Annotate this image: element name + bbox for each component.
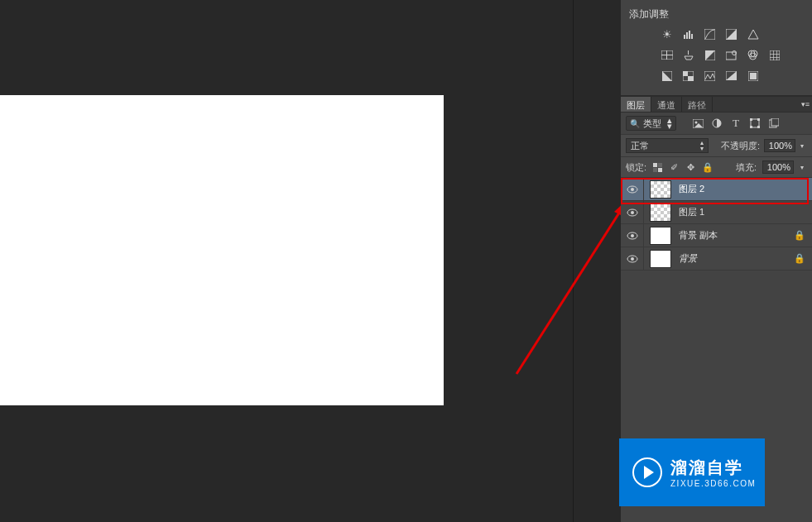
filter-adjustment-icon[interactable] (711, 117, 723, 129)
adjustments-row-2 (629, 49, 804, 61)
threshold-icon[interactable] (704, 69, 716, 82)
channel-mixer-icon[interactable] (747, 49, 759, 61)
photo-filter-icon[interactable] (725, 49, 738, 61)
layer-name[interactable]: 图层 2 (674, 183, 812, 195)
filter-pixel-icon[interactable] (692, 117, 704, 129)
svg-rect-41 (750, 118, 752, 121)
document-canvas[interactable] (0, 95, 444, 405)
svg-rect-25 (776, 50, 777, 60)
filter-type-icon[interactable]: T (730, 117, 742, 129)
svg-rect-35 (750, 73, 757, 79)
panel-tab-bar: 图层 通道 路径 ▾≡ (621, 96, 812, 113)
svg-rect-30 (688, 76, 694, 81)
layer-visibility-toggle[interactable] (621, 247, 644, 270)
tab-paths[interactable]: 路径 (682, 97, 713, 112)
adjustments-title: 添加调整 (629, 7, 804, 22)
adjustments-panel: 添加调整 ☀ (621, 0, 812, 96)
svg-rect-42 (757, 118, 760, 121)
watermark-title: 溜溜自学 (670, 457, 756, 479)
svg-rect-3 (686, 32, 688, 39)
canvas-workspace[interactable] (0, 0, 573, 522)
layer-row[interactable]: 图层 2 (621, 178, 812, 201)
panel-menu-icon[interactable]: ▾≡ (799, 97, 812, 112)
vibrance-icon[interactable] (747, 28, 759, 41)
layer-name[interactable]: 背景 副本 (674, 229, 794, 242)
svg-rect-16 (726, 52, 736, 60)
svg-rect-49 (653, 168, 657, 172)
svg-rect-4 (689, 31, 690, 39)
layers-list: 图层 2 图层 1 背景 副本 🔒 背景 🔒 (621, 178, 812, 271)
eye-icon (627, 255, 638, 263)
layer-thumbnail[interactable] (650, 250, 671, 268)
hue-sat-icon[interactable] (661, 49, 673, 61)
layer-name[interactable]: 背景 (674, 252, 794, 265)
eye-icon (627, 208, 638, 217)
svg-rect-43 (750, 126, 752, 128)
layer-visibility-toggle[interactable] (621, 201, 644, 223)
lock-icon: 🔒 (794, 230, 805, 241)
layer-thumbnail[interactable] (650, 180, 671, 199)
svg-rect-22 (770, 54, 780, 55)
svg-rect-50 (658, 168, 662, 172)
svg-point-56 (631, 234, 634, 237)
svg-marker-38 (694, 123, 703, 127)
svg-marker-15 (705, 50, 715, 60)
search-icon: 🔍 (630, 119, 640, 128)
gradient-map-icon[interactable] (725, 69, 738, 82)
lock-all-icon[interactable]: 🔒 (702, 162, 713, 173)
layer-visibility-toggle[interactable] (621, 224, 644, 247)
color-balance-icon[interactable] (682, 49, 694, 61)
layer-row[interactable]: 图层 1 (621, 201, 812, 224)
fill-input[interactable]: 100% (762, 160, 794, 174)
svg-marker-33 (726, 71, 737, 80)
blend-mode-row: 正常 ▴▾ 不透明度: 100% ▾ (621, 135, 812, 157)
layer-thumbnail[interactable] (650, 204, 671, 222)
lock-transparent-icon[interactable] (652, 162, 663, 173)
layer-visibility-toggle[interactable] (621, 178, 644, 200)
svg-rect-2 (684, 35, 685, 39)
blend-mode-select[interactable]: 正常 ▴▾ (626, 138, 709, 153)
svg-marker-9 (748, 30, 758, 39)
watermark-url: ZIXUE.3D66.COM (670, 479, 756, 488)
curves-icon[interactable] (704, 28, 716, 41)
tab-channels[interactable]: 通道 (651, 97, 682, 112)
layer-row[interactable]: 背景 副本 🔒 (621, 224, 812, 247)
svg-rect-44 (757, 126, 760, 128)
svg-rect-29 (683, 71, 688, 76)
svg-rect-13 (688, 50, 689, 55)
svg-marker-27 (662, 71, 672, 81)
blend-mode-value: 正常 (631, 140, 649, 152)
levels-icon[interactable] (682, 28, 694, 41)
svg-rect-12 (666, 50, 667, 60)
exposure-icon[interactable] (725, 28, 738, 41)
adjustments-row-1: ☀ (629, 28, 804, 41)
svg-rect-21 (770, 50, 780, 60)
opacity-input[interactable]: 100% (764, 139, 795, 152)
chevron-down-icon[interactable]: ▾ (800, 164, 807, 171)
invert-icon[interactable] (661, 69, 673, 82)
watermark: 溜溜自学 ZIXUE.3D66.COM (619, 438, 765, 506)
filter-type-select[interactable]: 🔍 类型 ▴▾ (626, 116, 676, 131)
chevron-down-icon[interactable]: ▾ (800, 142, 807, 150)
adjustments-row-3 (629, 69, 804, 82)
filter-shape-icon[interactable] (749, 117, 761, 129)
lock-move-icon[interactable]: ✥ (685, 162, 696, 173)
chevron-updown-icon: ▴▾ (667, 117, 672, 129)
layer-name[interactable]: 图层 1 (674, 206, 812, 218)
brightness-icon[interactable]: ☀ (661, 28, 673, 41)
eye-icon (627, 185, 638, 194)
svg-marker-8 (726, 29, 737, 40)
filter-smart-icon[interactable] (768, 117, 780, 129)
vertical-divider (573, 0, 574, 522)
opacity-label: 不透明度: (721, 140, 760, 152)
svg-rect-48 (658, 163, 662, 167)
selective-color-icon[interactable] (747, 69, 759, 82)
chevron-updown-icon: ▴▾ (700, 140, 704, 151)
layer-thumbnail[interactable] (650, 227, 671, 245)
color-lookup-icon[interactable] (768, 49, 781, 61)
posterize-icon[interactable] (682, 69, 694, 82)
bw-icon[interactable] (704, 49, 716, 61)
tab-layers[interactable]: 图层 (621, 97, 651, 112)
layer-row[interactable]: 背景 🔒 (621, 247, 812, 271)
lock-brush-icon[interactable]: ✐ (669, 162, 680, 173)
